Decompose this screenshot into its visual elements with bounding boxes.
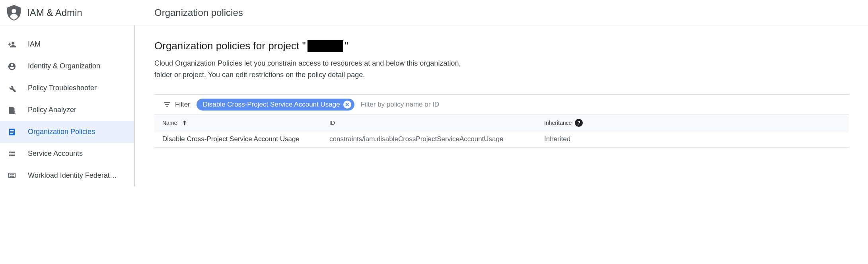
sidebar-item-organization-policies[interactable]: Organization Policies [0,121,134,143]
svg-rect-8 [9,173,16,177]
svg-rect-5 [10,133,12,134]
sidebar-item-label: Organization Policies [28,128,95,136]
sidebar-item-workload-identity-federation[interactable]: Workload Identity Federat… [0,165,134,186]
workload-identity-icon [7,171,17,181]
sidebar-item-service-accounts[interactable]: Service Accounts [0,143,134,165]
cell-name: Disable Cross-Project Service Account Us… [162,135,329,143]
filter-input[interactable] [361,101,849,109]
main-content: Organization policies for project " " Cl… [135,25,868,186]
filter-chip-remove-icon[interactable]: ✕ [343,101,351,109]
sidebar-item-label: IAM [28,40,41,49]
page-title: Organization policies [154,7,243,18]
column-header-inheritance[interactable]: Inheritance ? [544,119,841,127]
product-title: IAM & Admin [27,7,82,18]
sidebar-item-label: Policy Analyzer [28,106,76,114]
sidebar-item-label: Service Accounts [28,149,83,158]
sidebar: IAM Identity & Organization Policy Troub… [0,25,135,186]
table-header: Name ID Inheritance ? [154,115,849,131]
iam-shield-icon [7,5,21,21]
add-person-icon [7,40,17,49]
svg-line-2 [15,113,16,114]
table-row[interactable]: Disable Cross-Project Service Account Us… [154,131,849,148]
top-bar: IAM & Admin Organization policies [0,0,868,25]
sort-ascending-icon [181,119,188,126]
cell-id: constraints/iam.disableCrossProjectServi… [329,135,544,143]
sidebar-item-iam[interactable]: IAM [0,33,134,55]
sidebar-item-policy-troubleshooter[interactable]: Policy Troubleshooter [0,77,134,99]
filter-label: Filter [163,101,190,109]
svg-point-6 [10,152,11,153]
svg-rect-9 [10,174,12,175]
svg-rect-4 [10,132,14,132]
person-circle-icon [7,62,17,71]
svg-point-7 [10,155,11,155]
wrench-icon [7,83,17,93]
subheading: Organization policies for project " " [154,40,849,52]
svg-rect-3 [10,130,14,131]
project-name-redacted [307,40,343,52]
filter-chip-label: Disable Cross-Project Service Account Us… [203,101,340,109]
svg-rect-11 [10,176,14,176]
document-icon [7,127,17,137]
sidebar-item-label: Workload Identity Federat… [28,171,117,180]
filter-chip[interactable]: Disable Cross-Project Service Account Us… [197,99,354,111]
subheading-description: Cloud Organization Policies let you cons… [154,58,481,81]
help-icon[interactable]: ? [575,119,583,127]
sidebar-item-label: Policy Troubleshooter [28,84,97,92]
column-header-id[interactable]: ID [329,120,544,126]
sidebar-item-policy-analyzer[interactable]: Policy Analyzer [0,99,134,121]
cell-inheritance: Inherited [544,135,841,143]
column-header-name[interactable]: Name [162,119,329,126]
service-account-icon [7,149,17,159]
policy-analyzer-icon [7,105,17,115]
sidebar-item-label: Identity & Organization [28,62,100,70]
svg-rect-10 [12,174,14,175]
filter-icon [163,101,171,109]
policies-table: Name ID Inheritance ? Disable Cross-Proj [154,115,849,148]
sidebar-item-identity-organization[interactable]: Identity & Organization [0,55,134,77]
filter-bar: Filter Disable Cross-Project Service Acc… [154,94,849,115]
svg-point-0 [12,9,16,13]
